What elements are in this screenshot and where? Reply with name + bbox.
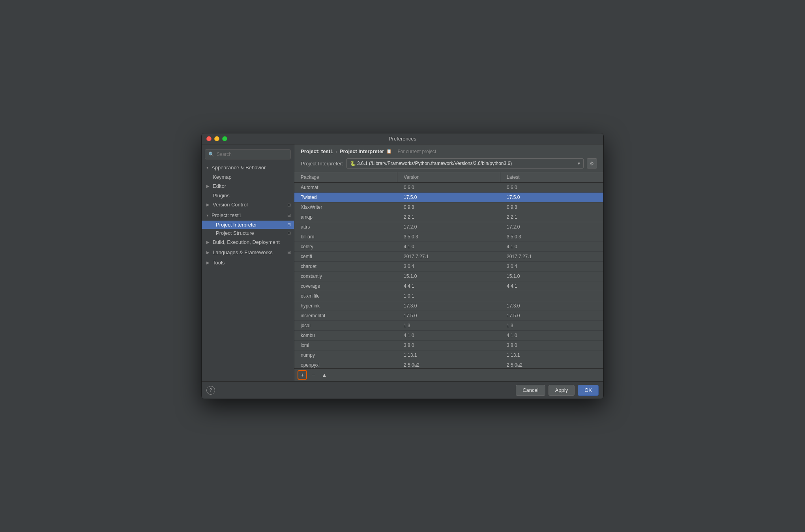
sidebar-item-languages[interactable]: ▶ Languages & Frameworks ⊞ (202, 247, 294, 258)
table-row[interactable]: billiard3.5.0.33.5.0.3 (294, 232, 603, 242)
sidebar-item-project-structure[interactable]: Project Structure ⊞ (202, 229, 294, 237)
cell-package: celery (294, 242, 397, 251)
cell-package: billiard (294, 232, 397, 242)
expand-arrow: ▶ (206, 240, 210, 245)
table-row[interactable]: amqp2.2.12.2.1 (294, 212, 603, 222)
interpreter-select[interactable]: 🐍 3.6.1 (/Library/Frameworks/Python.fram… (346, 158, 584, 169)
cell-package: Automat (294, 183, 397, 192)
main-content: 🔍 ▾ Appearance & Behavior Keymap ▶ Edito… (202, 144, 603, 381)
table-row[interactable]: kombu4.1.04.1.0 (294, 331, 603, 341)
footer-left: ? (206, 386, 215, 395)
table-row[interactable]: numpy1.13.11.13.1 (294, 350, 603, 360)
breadcrumb-icon: 📋 (386, 149, 392, 154)
cell-version: 17.2.0 (397, 222, 500, 232)
cell-package: amqp (294, 212, 397, 222)
upgrade-package-button[interactable]: ▲ (320, 370, 329, 380)
remove-package-button[interactable]: − (309, 370, 318, 380)
sidebar-item-label: Build, Execution, Deployment (213, 239, 280, 246)
cell-latest (500, 291, 603, 301)
sidebar-item-label: Keymap (213, 174, 232, 180)
cell-package: Twisted (294, 193, 397, 202)
cell-version: 3.0.4 (397, 262, 500, 271)
table-row[interactable]: coverage4.4.14.4.1 (294, 281, 603, 291)
breadcrumb-for-current: For current project (397, 149, 436, 154)
cell-latest: 17.5.0 (500, 193, 603, 202)
column-latest: Latest (500, 172, 603, 182)
table-row[interactable]: XlsxWriter0.9.80.9.8 (294, 202, 603, 212)
breadcrumb-project: Project: test1 (301, 148, 333, 154)
table-row[interactable]: celery4.1.04.1.0 (294, 242, 603, 252)
chevron-down-icon: ▾ (578, 161, 580, 166)
cell-latest: 1.13.1 (500, 350, 603, 360)
cell-version: 4.1.0 (397, 242, 500, 251)
window-title: Preferences (389, 136, 416, 142)
cell-version: 0.9.8 (397, 202, 500, 212)
preferences-window: Preferences 🔍 ▾ Appearance & Behavior Ke… (201, 133, 604, 399)
ok-button[interactable]: OK (578, 385, 599, 396)
table-row[interactable]: lxml3.8.03.8.0 (294, 341, 603, 350)
table-row[interactable]: et-xmlfile1.0.1 (294, 291, 603, 301)
minimize-button[interactable] (214, 136, 219, 141)
table-row[interactable]: Automat0.6.00.6.0 (294, 183, 603, 193)
expand-arrow: ▾ (206, 165, 208, 170)
copy-icon: ⊞ (287, 212, 291, 218)
expand-arrow: ▶ (206, 250, 210, 255)
table-row[interactable]: attrs17.2.017.2.0 (294, 222, 603, 232)
sidebar-item-label: Project Interpreter (216, 222, 257, 228)
expand-arrow: ▾ (206, 213, 208, 218)
close-button[interactable] (206, 136, 212, 141)
search-box[interactable]: 🔍 (205, 149, 291, 159)
table-row[interactable]: openpyxl2.5.0a22.5.0a2 (294, 360, 603, 368)
cell-package: et-xmlfile (294, 291, 397, 301)
cell-package: XlsxWriter (294, 202, 397, 212)
table-row[interactable]: Twisted17.5.017.5.0 (294, 193, 603, 202)
search-input[interactable] (217, 152, 287, 157)
table-row[interactable]: jdcal1.31.3 (294, 321, 603, 331)
cell-version: 2017.7.27.1 (397, 252, 500, 261)
cell-package: openpyxl (294, 360, 397, 368)
breadcrumb-separator: › (335, 148, 337, 154)
sidebar-item-keymap[interactable]: Keymap (202, 173, 294, 181)
table-row[interactable]: constantly15.1.015.1.0 (294, 272, 603, 281)
breadcrumb: Project: test1 › Project Interpreter 📋 F… (301, 148, 597, 154)
cell-version: 17.5.0 (397, 193, 500, 202)
cell-latest: 17.5.0 (500, 311, 603, 320)
cell-version: 17.5.0 (397, 311, 500, 320)
sidebar-item-editor[interactable]: ▶ Editor (202, 181, 294, 191)
cell-package: hyperlink (294, 301, 397, 311)
cancel-button[interactable]: Cancel (516, 385, 545, 396)
cell-version: 15.1.0 (397, 272, 500, 281)
cell-latest: 17.2.0 (500, 222, 603, 232)
add-package-button[interactable]: + (298, 370, 307, 380)
column-version: Version (397, 172, 500, 182)
maximize-button[interactable] (222, 136, 227, 141)
table-row[interactable]: hyperlink17.3.017.3.0 (294, 301, 603, 311)
cell-package: coverage (294, 281, 397, 291)
sidebar-item-version-control[interactable]: ▶ Version Control ⊞ (202, 200, 294, 210)
cell-latest: 4.1.0 (500, 242, 603, 251)
cell-latest: 3.5.0.3 (500, 232, 603, 242)
sidebar-item-tools[interactable]: ▶ Tools (202, 258, 294, 268)
sidebar-item-plugins[interactable]: Plugins (202, 191, 294, 200)
cell-latest: 15.1.0 (500, 272, 603, 281)
cell-package: jdcal (294, 321, 397, 330)
table-row[interactable]: chardet3.0.43.0.4 (294, 262, 603, 272)
expand-arrow: ▶ (206, 202, 210, 208)
interpreter-settings-button[interactable]: ⚙ (587, 158, 597, 169)
title-bar: Preferences (202, 133, 603, 144)
table-header: Package Version Latest (294, 172, 603, 183)
cell-latest: 0.6.0 (500, 183, 603, 192)
footer: ? Cancel Apply OK (202, 381, 603, 399)
apply-button[interactable]: Apply (549, 385, 575, 396)
table-row[interactable]: incremental17.5.017.5.0 (294, 311, 603, 321)
sidebar-item-project[interactable]: ▾ Project: test1 ⊞ (202, 210, 294, 221)
table-row[interactable]: certifi2017.7.27.12017.7.27.1 (294, 252, 603, 262)
sidebar-item-project-interpreter[interactable]: Project Interpreter ⊞ (202, 221, 294, 229)
search-icon: 🔍 (208, 152, 214, 157)
cell-package: incremental (294, 311, 397, 320)
sidebar-item-appearance[interactable]: ▾ Appearance & Behavior (202, 163, 294, 173)
sidebar-item-build[interactable]: ▶ Build, Execution, Deployment (202, 237, 294, 247)
cell-version: 2.2.1 (397, 212, 500, 222)
help-button[interactable]: ? (206, 386, 215, 395)
cell-package: certifi (294, 252, 397, 261)
